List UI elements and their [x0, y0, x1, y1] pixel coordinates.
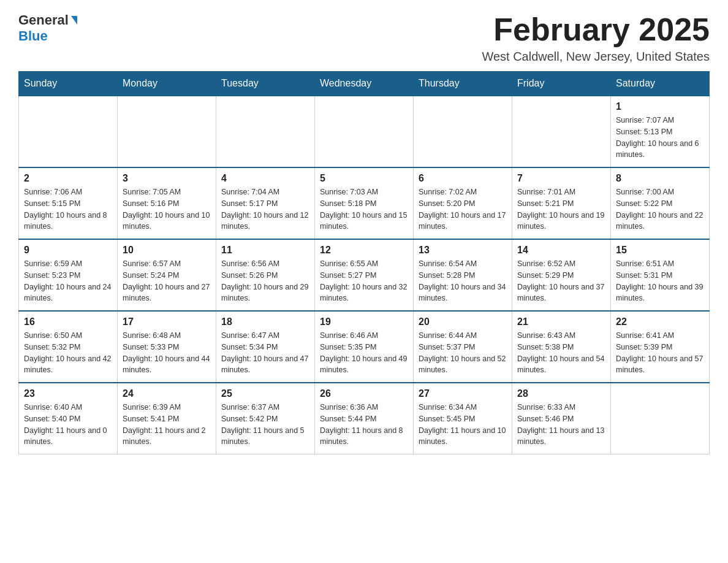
day-info: Sunrise: 6:48 AMSunset: 5:33 PMDaylight:… [123, 330, 211, 376]
calendar-cell: 2Sunrise: 7:06 AMSunset: 5:15 PMDaylight… [19, 167, 118, 239]
calendar-cell: 28Sunrise: 6:33 AMSunset: 5:46 PMDayligh… [512, 383, 611, 454]
calendar-cell: 3Sunrise: 7:05 AMSunset: 5:16 PMDaylight… [118, 167, 216, 239]
calendar-cell: 5Sunrise: 7:03 AMSunset: 5:18 PMDaylight… [315, 167, 414, 239]
week-row-2: 2Sunrise: 7:06 AMSunset: 5:15 PMDaylight… [19, 167, 710, 239]
calendar-cell: 23Sunrise: 6:40 AMSunset: 5:40 PMDayligh… [19, 383, 118, 454]
day-info: Sunrise: 7:05 AMSunset: 5:16 PMDaylight:… [123, 186, 211, 232]
day-number: 28 [517, 388, 605, 399]
weekday-header-row: SundayMondayTuesdayWednesdayThursdayFrid… [19, 72, 710, 96]
calendar-subtitle: West Caldwell, New Jersey, United States [482, 50, 710, 64]
day-number: 13 [419, 245, 507, 256]
day-info: Sunrise: 6:55 AMSunset: 5:27 PMDaylight:… [320, 258, 408, 304]
day-number: 24 [123, 388, 211, 399]
calendar-cell: 13Sunrise: 6:54 AMSunset: 5:28 PMDayligh… [414, 239, 512, 311]
day-info: Sunrise: 6:33 AMSunset: 5:46 PMDaylight:… [517, 402, 605, 448]
day-number: 8 [616, 173, 704, 184]
calendar-cell: 6Sunrise: 7:02 AMSunset: 5:20 PMDaylight… [414, 167, 512, 239]
logo-arrow-icon [71, 16, 77, 25]
week-row-1: 1Sunrise: 7:07 AMSunset: 5:13 PMDaylight… [19, 96, 710, 167]
calendar-cell: 22Sunrise: 6:41 AMSunset: 5:39 PMDayligh… [611, 311, 710, 383]
calendar-cell: 24Sunrise: 6:39 AMSunset: 5:41 PMDayligh… [118, 383, 216, 454]
day-number: 12 [320, 245, 408, 256]
day-number: 25 [221, 388, 309, 399]
day-number: 15 [616, 245, 704, 256]
day-info: Sunrise: 6:43 AMSunset: 5:38 PMDaylight:… [517, 330, 605, 376]
calendar-cell: 8Sunrise: 7:00 AMSunset: 5:22 PMDaylight… [611, 167, 710, 239]
day-info: Sunrise: 6:54 AMSunset: 5:28 PMDaylight:… [419, 258, 507, 304]
day-info: Sunrise: 6:50 AMSunset: 5:32 PMDaylight:… [24, 330, 112, 376]
week-row-3: 9Sunrise: 6:59 AMSunset: 5:23 PMDaylight… [19, 239, 710, 311]
day-info: Sunrise: 7:03 AMSunset: 5:18 PMDaylight:… [320, 186, 408, 232]
calendar-cell: 18Sunrise: 6:47 AMSunset: 5:34 PMDayligh… [216, 311, 315, 383]
calendar-cell: 17Sunrise: 6:48 AMSunset: 5:33 PMDayligh… [118, 311, 216, 383]
day-info: Sunrise: 7:06 AMSunset: 5:15 PMDaylight:… [24, 186, 112, 232]
weekday-header-sunday: Sunday [19, 72, 118, 96]
calendar-cell: 12Sunrise: 6:55 AMSunset: 5:27 PMDayligh… [315, 239, 414, 311]
day-number: 6 [419, 173, 507, 184]
day-number: 17 [123, 316, 211, 327]
day-number: 18 [221, 316, 309, 327]
calendar-cell [315, 96, 414, 167]
day-number: 22 [616, 316, 704, 327]
calendar-cell: 9Sunrise: 6:59 AMSunset: 5:23 PMDaylight… [19, 239, 118, 311]
calendar-cell: 4Sunrise: 7:04 AMSunset: 5:17 PMDaylight… [216, 167, 315, 239]
weekday-header-monday: Monday [118, 72, 216, 96]
weekday-header-thursday: Thursday [414, 72, 512, 96]
day-number: 11 [221, 245, 309, 256]
weekday-header-friday: Friday [512, 72, 611, 96]
calendar-cell: 10Sunrise: 6:57 AMSunset: 5:24 PMDayligh… [118, 239, 216, 311]
calendar-cell [216, 96, 315, 167]
day-number: 5 [320, 173, 408, 184]
day-number: 21 [517, 316, 605, 327]
day-number: 10 [123, 245, 211, 256]
weekday-header-tuesday: Tuesday [216, 72, 315, 96]
day-info: Sunrise: 6:57 AMSunset: 5:24 PMDaylight:… [123, 258, 211, 304]
logo-general-text: General [18, 12, 69, 28]
day-info: Sunrise: 6:44 AMSunset: 5:37 PMDaylight:… [419, 330, 507, 376]
day-number: 1 [616, 101, 704, 112]
day-number: 3 [123, 173, 211, 184]
day-number: 14 [517, 245, 605, 256]
week-row-5: 23Sunrise: 6:40 AMSunset: 5:40 PMDayligh… [19, 383, 710, 454]
day-info: Sunrise: 6:46 AMSunset: 5:35 PMDaylight:… [320, 330, 408, 376]
calendar-cell: 20Sunrise: 6:44 AMSunset: 5:37 PMDayligh… [414, 311, 512, 383]
day-info: Sunrise: 6:51 AMSunset: 5:31 PMDaylight:… [616, 258, 704, 304]
calendar-cell: 25Sunrise: 6:37 AMSunset: 5:42 PMDayligh… [216, 383, 315, 454]
title-section: February 2025 West Caldwell, New Jersey,… [482, 12, 710, 64]
day-info: Sunrise: 6:41 AMSunset: 5:39 PMDaylight:… [616, 330, 704, 376]
day-number: 7 [517, 173, 605, 184]
calendar-cell: 19Sunrise: 6:46 AMSunset: 5:35 PMDayligh… [315, 311, 414, 383]
day-info: Sunrise: 6:34 AMSunset: 5:45 PMDaylight:… [419, 402, 507, 448]
weekday-header-wednesday: Wednesday [315, 72, 414, 96]
day-info: Sunrise: 6:47 AMSunset: 5:34 PMDaylight:… [221, 330, 309, 376]
day-info: Sunrise: 6:36 AMSunset: 5:44 PMDaylight:… [320, 402, 408, 448]
calendar-cell: 1Sunrise: 7:07 AMSunset: 5:13 PMDaylight… [611, 96, 710, 167]
calendar-table: SundayMondayTuesdayWednesdayThursdayFrid… [18, 71, 710, 454]
day-info: Sunrise: 6:56 AMSunset: 5:26 PMDaylight:… [221, 258, 309, 304]
day-number: 27 [419, 388, 507, 399]
calendar-cell [611, 383, 710, 454]
day-info: Sunrise: 7:04 AMSunset: 5:17 PMDaylight:… [221, 186, 309, 232]
calendar-cell: 7Sunrise: 7:01 AMSunset: 5:21 PMDaylight… [512, 167, 611, 239]
calendar-cell [512, 96, 611, 167]
week-row-4: 16Sunrise: 6:50 AMSunset: 5:32 PMDayligh… [19, 311, 710, 383]
page-header: General Blue February 2025 West Caldwell… [18, 12, 710, 64]
day-number: 20 [419, 316, 507, 327]
calendar-cell [19, 96, 118, 167]
calendar-cell: 14Sunrise: 6:52 AMSunset: 5:29 PMDayligh… [512, 239, 611, 311]
day-number: 2 [24, 173, 112, 184]
calendar-cell: 16Sunrise: 6:50 AMSunset: 5:32 PMDayligh… [19, 311, 118, 383]
calendar-cell [414, 96, 512, 167]
calendar-cell: 15Sunrise: 6:51 AMSunset: 5:31 PMDayligh… [611, 239, 710, 311]
day-number: 19 [320, 316, 408, 327]
day-info: Sunrise: 6:59 AMSunset: 5:23 PMDaylight:… [24, 258, 112, 304]
calendar-cell: 11Sunrise: 6:56 AMSunset: 5:26 PMDayligh… [216, 239, 315, 311]
day-info: Sunrise: 6:40 AMSunset: 5:40 PMDaylight:… [24, 402, 112, 448]
day-number: 26 [320, 388, 408, 399]
calendar-cell: 27Sunrise: 6:34 AMSunset: 5:45 PMDayligh… [414, 383, 512, 454]
calendar-title: February 2025 [482, 12, 710, 47]
day-info: Sunrise: 6:39 AMSunset: 5:41 PMDaylight:… [123, 402, 211, 448]
calendar-cell: 21Sunrise: 6:43 AMSunset: 5:38 PMDayligh… [512, 311, 611, 383]
day-info: Sunrise: 7:00 AMSunset: 5:22 PMDaylight:… [616, 186, 704, 232]
day-number: 23 [24, 388, 112, 399]
